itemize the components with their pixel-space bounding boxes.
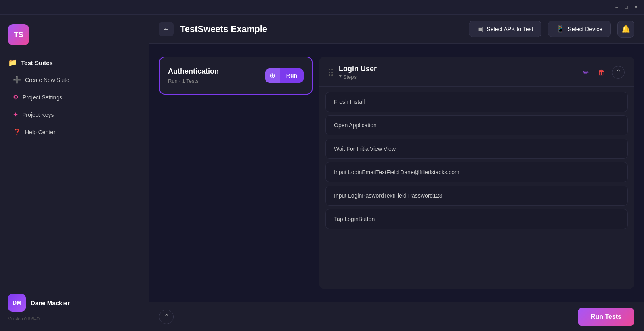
step-item[interactable]: Input LoginPaswordTextField Password123 bbox=[325, 186, 628, 206]
sidebar-user: DM Dane Mackier bbox=[8, 294, 141, 312]
keys-icon: ✦ bbox=[13, 111, 18, 118]
select-device-button[interactable]: 📱 Select Device bbox=[548, 21, 611, 37]
notification-button[interactable]: 🔔 bbox=[617, 21, 634, 38]
drag-handle[interactable] bbox=[329, 69, 333, 76]
sidebar-item-project-settings[interactable]: ⚙ Project Settings bbox=[8, 89, 141, 105]
suite-card-info: Authentication Run · 1 Tests bbox=[168, 67, 219, 84]
sidebar-item-help-label: Help Center bbox=[25, 129, 55, 135]
step-item[interactable]: Input LoginEmailTextField Dane@filledsta… bbox=[325, 162, 628, 182]
sidebar-item-keys-label: Project Keys bbox=[22, 112, 54, 118]
steps-title: Login User bbox=[339, 65, 377, 73]
avatar: DM bbox=[8, 294, 26, 312]
minimize-button[interactable]: − bbox=[613, 4, 620, 11]
suite-card[interactable]: Authentication Run · 1 Tests ⊕ Run bbox=[159, 57, 313, 95]
step-item[interactable]: Wait For InitialView View bbox=[325, 139, 628, 159]
suite-card-title: Authentication bbox=[168, 67, 219, 76]
app-container: TS 📁 Test Suites ➕ Create New Suite ⚙ Pr… bbox=[0, 15, 644, 331]
footer: ⌃ Run Tests bbox=[149, 302, 644, 331]
steps-count: 7 Steps bbox=[339, 74, 377, 80]
step-item[interactable]: Open Application bbox=[325, 115, 628, 135]
delete-button[interactable]: 🗑 bbox=[596, 66, 608, 79]
sidebar-section-label: 📁 Test Suites bbox=[8, 58, 141, 67]
device-icon: 📱 bbox=[556, 25, 564, 33]
collapse-footer-button[interactable]: ⌃ bbox=[159, 310, 174, 324]
version-text: Version 0.8.6–D bbox=[8, 316, 141, 321]
help-icon: ❓ bbox=[13, 128, 21, 136]
run-icon: ⊕ bbox=[265, 68, 280, 83]
content-area: Authentication Run · 1 Tests ⊕ Run bbox=[149, 44, 644, 302]
suite-card-subtitle: Run · 1 Tests bbox=[168, 78, 219, 84]
main-content: ← TestSweets Example ▣ Select APK to Tes… bbox=[149, 15, 644, 331]
suites-panel: Authentication Run · 1 Tests ⊕ Run bbox=[159, 57, 313, 289]
gear-icon: ⚙ bbox=[13, 93, 19, 101]
step-item[interactable]: Tap LoginButton bbox=[325, 209, 628, 229]
steps-actions: ✏ 🗑 ⌃ bbox=[581, 65, 625, 79]
sidebar-item-create-new-label: Create New Suite bbox=[25, 77, 69, 83]
user-name: Dane Mackier bbox=[31, 299, 70, 306]
step-item[interactable]: Fresh Install bbox=[325, 92, 628, 112]
apk-icon: ▣ bbox=[477, 25, 483, 33]
maximize-button[interactable]: □ bbox=[623, 4, 629, 11]
page-title: TestSweets Example bbox=[180, 24, 462, 34]
run-button[interactable]: ⊕ Run bbox=[265, 68, 304, 83]
steps-panel: Login User 7 Steps ✏ 🗑 ⌃ Fresh Install O… bbox=[319, 57, 634, 289]
select-apk-label: Select APK to Test bbox=[487, 26, 533, 32]
notification-icon: 🔔 bbox=[621, 25, 630, 34]
close-button[interactable]: ✕ bbox=[633, 4, 639, 11]
back-button[interactable]: ← bbox=[159, 22, 174, 36]
sidebar-item-help-center[interactable]: ❓ Help Center bbox=[8, 124, 141, 140]
header: ← TestSweets Example ▣ Select APK to Tes… bbox=[149, 15, 644, 44]
add-circle-icon: ➕ bbox=[13, 76, 21, 84]
sidebar-item-project-keys[interactable]: ✦ Project Keys bbox=[8, 107, 141, 122]
steps-header: Login User 7 Steps ✏ 🗑 ⌃ bbox=[319, 57, 634, 87]
sidebar-item-settings-label: Project Settings bbox=[23, 94, 62, 101]
steps-title-group: Login User 7 Steps bbox=[339, 65, 377, 80]
steps-title-area: Login User 7 Steps bbox=[329, 65, 377, 80]
sidebar-item-create-new[interactable]: ➕ Create New Suite bbox=[8, 72, 141, 88]
sidebar-logo: TS bbox=[8, 24, 29, 45]
sidebar: TS 📁 Test Suites ➕ Create New Suite ⚙ Pr… bbox=[0, 15, 149, 331]
folder-icon: 📁 bbox=[8, 58, 17, 67]
select-device-label: Select Device bbox=[568, 26, 602, 32]
steps-list: Fresh Install Open Application Wait For … bbox=[319, 87, 634, 289]
select-apk-button[interactable]: ▣ Select APK to Test bbox=[469, 21, 541, 37]
run-tests-button[interactable]: Run Tests bbox=[578, 308, 634, 326]
run-label: Run bbox=[280, 72, 304, 79]
title-bar: − □ ✕ bbox=[0, 0, 644, 15]
edit-button[interactable]: ✏ bbox=[581, 65, 592, 79]
collapse-button[interactable]: ⌃ bbox=[612, 66, 625, 79]
